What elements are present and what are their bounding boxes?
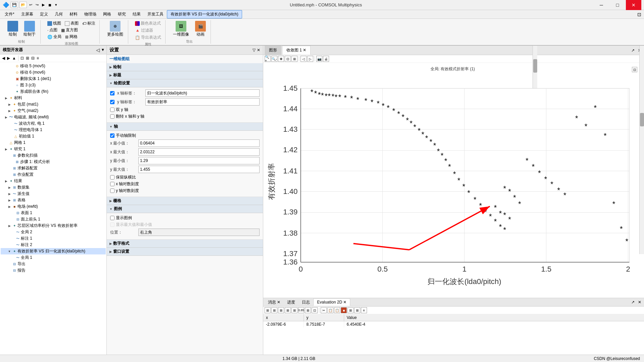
zoom-in-btn[interactable]: 🔍+	[265, 56, 271, 62]
toolbar-dropdown[interactable]: ▾	[54, 2, 58, 8]
bt-icon3[interactable]: ⊞	[278, 307, 284, 313]
y-log-checkbox[interactable]	[110, 189, 114, 193]
bt-icon14[interactable]: ⊞	[354, 307, 360, 313]
menu-materials[interactable]: 材料	[66, 10, 81, 18]
tree-item-powerint[interactable]: ▶ ✦ 芯层区域功率积分 VS 有效折射率	[1, 223, 106, 229]
tree-item-global1[interactable]: 〜 全局 1	[1, 254, 106, 261]
draw-settings-section[interactable]: 绘图设置	[107, 79, 263, 87]
bt-icon12[interactable]: ■	[341, 307, 347, 313]
nav-back-btn[interactable]: ◀	[1, 55, 6, 61]
ribbon-btn-annotation[interactable]: 🏷 标注	[81, 20, 97, 27]
settings-collapse-btn[interactable]: ▽	[252, 48, 256, 52]
extend-icon[interactable]: ⊡	[636, 12, 643, 17]
tree-item-paramscan[interactable]: ⊞ 参数化扫描	[1, 152, 106, 159]
x-min-input[interactable]	[138, 139, 260, 147]
position-input[interactable]	[138, 229, 260, 236]
ribbon-btn-point[interactable]: · 点图	[46, 27, 59, 33]
y-axis-input[interactable]	[145, 98, 260, 106]
bt-icon4[interactable]: ⊞	[285, 307, 291, 313]
axis-section[interactable]: 轴	[107, 123, 263, 131]
bt-icon1[interactable]: ⊞	[265, 307, 271, 313]
menu-home[interactable]: 主屏幕	[18, 10, 37, 18]
tree-item-results[interactable]: ▶ ✦ 结果	[1, 178, 106, 184]
tree-item-mov5[interactable]: ⊙ 移动 5 (mov5)	[1, 63, 106, 69]
ribbon-btn-line[interactable]: 线图	[46, 20, 62, 27]
show-legend-checkbox[interactable]	[110, 216, 114, 220]
tree-item-study1[interactable]: ▶ ✦ 研究 1	[1, 146, 106, 152]
menu-define[interactable]: 定义	[37, 10, 51, 18]
tree-item-mov6[interactable]: ⊙ 移动 6 (mov6)	[1, 69, 106, 76]
tree-item-fin[interactable]: ✦ 形成联合体 (fin)	[1, 88, 106, 95]
bt-icon5[interactable]: ⊞	[291, 307, 297, 313]
window-settings-section[interactable]: 窗口设置	[107, 248, 263, 256]
toolbar-icon-6[interactable]: ⏹	[47, 2, 53, 8]
bt-icon9[interactable]: ✂	[321, 307, 327, 313]
nav-forward-btn[interactable]: ▶	[6, 55, 11, 61]
manual-limit-checkbox[interactable]	[110, 133, 114, 138]
tree-item-global2[interactable]: 〜 全局 2	[1, 229, 106, 235]
expand-all-btn[interactable]: ⊟	[31, 55, 35, 61]
collapse-all-btn[interactable]: ⊞	[25, 55, 30, 61]
bt-icon2[interactable]: ⊞	[271, 307, 277, 313]
toolbar-icon-3[interactable]: ↩	[28, 2, 33, 8]
flip-xy-checkbox[interactable]	[110, 114, 114, 119]
ribbon-btn-color-expr[interactable]: 颜色表达式	[134, 20, 163, 27]
tree-item-surface1[interactable]: ⊟ 表面 1	[1, 210, 106, 216]
tree-item-materials[interactable]: ▶ ✦ 材料	[1, 95, 106, 101]
menu-geometry[interactable]: 几何	[51, 10, 66, 18]
tree-item-del1[interactable]: ▣ 删除实体 1 (del1)	[1, 76, 106, 82]
draw-section[interactable]: 绘制	[107, 63, 263, 71]
toolbar-icon-4[interactable]: ↪	[35, 2, 40, 8]
x-axis-input[interactable]	[145, 89, 260, 97]
tree-item-job[interactable]: ⊞ 作业配置	[1, 171, 106, 178]
ribbon-btn-mesh[interactable]: ⊞ 网格	[64, 34, 79, 40]
tree-item-ewfd[interactable]: ▶ 〜 电磁波, 频域 (ewfd)	[1, 114, 106, 120]
ribbon-btn-histogram[interactable]: ▦ 直方图	[60, 27, 79, 33]
tree-item-init1[interactable]: △ 初始值 1	[1, 133, 106, 139]
grid-section[interactable]: 栅格	[107, 197, 263, 205]
menu-mesh[interactable]: 网格	[100, 10, 114, 18]
tree-item-c3[interactable]: ○ 图 3 (c3)	[1, 82, 106, 88]
show-minmax-checkbox[interactable]	[110, 223, 114, 227]
x-max-input[interactable]	[138, 148, 260, 156]
bt-icon7[interactable]: ⊞	[305, 307, 311, 313]
next-btn[interactable]: ▷	[307, 56, 313, 62]
toolbar-icon-2[interactable]: 📂	[19, 2, 27, 8]
print-btn[interactable]: 🖨	[323, 56, 329, 62]
tree-item-mesh1[interactable]: △ 网格 1	[1, 139, 106, 146]
tree-menu-btn[interactable]: ≡	[36, 55, 40, 61]
ribbon-btn-animation[interactable]: 🎬 动画	[193, 20, 208, 38]
panel-collapse-btn[interactable]: ◁	[95, 47, 101, 53]
y-axis-checkbox[interactable]	[110, 100, 114, 104]
x-axis-checkbox[interactable]	[110, 91, 114, 95]
bt-icon11[interactable]: 📋	[334, 307, 340, 313]
tree-item-annot2[interactable]: 〜 标注 2	[1, 242, 106, 248]
nav-up-btn[interactable]: ▲	[11, 55, 17, 61]
menu-devtools[interactable]: 开发工具	[144, 10, 167, 18]
tree-item-annot1[interactable]: 〜 标注 1	[1, 235, 106, 242]
graph-float-btn[interactable]: ↗	[630, 47, 636, 53]
tree-item-effindex[interactable]: ▼ ✦ 有效折射率 VS 归一化波长(lda0/pitch)	[1, 248, 106, 254]
tree-item-mat1[interactable]: ▶ ✦ 包层 (mat1)	[1, 101, 106, 108]
ribbon-btn-table[interactable]: 表图	[63, 20, 80, 27]
tree-item-export[interactable]: ⊟ 导出	[1, 261, 106, 267]
tree-item-report[interactable]: ⊟ 报告	[1, 267, 106, 274]
tree-item-derived[interactable]: ▶ 〜 派生值	[1, 191, 106, 197]
tree-item-wave1[interactable]: 〜 波动方程, 电 1	[1, 120, 106, 127]
preserve-ratio-checkbox[interactable]	[110, 175, 114, 179]
graph-tab-figure[interactable]: 图形	[265, 46, 281, 55]
prev-btn[interactable]: ◁	[301, 56, 307, 62]
tree-item-arrow1[interactable]: ⊟ 面上前头 1	[1, 216, 106, 223]
tree-item-pec1[interactable]: 〜 理想电导体 1	[1, 127, 106, 133]
maximize-btn[interactable]: □	[610, 0, 625, 10]
settings-close-btn[interactable]: ✕	[257, 48, 260, 52]
ribbon-btn-draw[interactable]: 绘制	[5, 20, 20, 38]
toolbar-icon-1[interactable]: 💾	[11, 2, 18, 8]
x-log-checkbox[interactable]	[110, 182, 114, 186]
bt-icon10[interactable]: 📋	[327, 307, 333, 313]
bt-icon15[interactable]: ≡	[361, 307, 367, 313]
y-max-input[interactable]	[138, 166, 260, 173]
tree-item-step1[interactable]: ⊞ 步骤 1: 模式分析	[1, 159, 106, 165]
tree-item-dataset[interactable]: ▶ ⊞ 数据集	[1, 184, 106, 191]
toolbar-icon-5[interactable]: ▶	[41, 2, 46, 8]
